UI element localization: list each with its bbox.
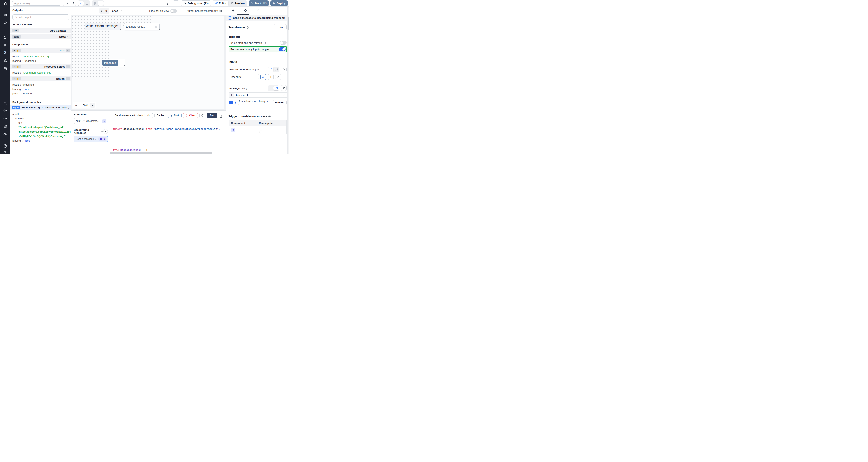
reeval-target-pill[interactable]: b.result [273,100,286,105]
audit-eye-icon[interactable] [3,132,7,136]
runs-play-icon[interactable] [3,43,7,47]
state-row[interactable]: state State [10,34,71,39]
clear-button[interactable]: Clear [183,113,198,118]
tab-editor[interactable]: Editor [213,1,229,6]
static-pencil-mode-button[interactable] [268,67,274,72]
home-icon[interactable] [3,35,7,39]
static-pencil-mode-button[interactable] [268,86,274,90]
bg-runnable-item-selected[interactable]: Send a message... bg_0 [74,136,108,142]
settings-gear-icon[interactable] [3,109,7,112]
scrollbar-thumb[interactable] [288,16,289,30]
resource-select-component[interactable]: Example resou... [124,23,159,30]
component-row-a[interactable]: a☝ Text [10,48,71,53]
kv-row[interactable]: content: [13,116,71,121]
chevron-down-icon[interactable] [67,29,69,32]
run-on-start-toggle[interactable] [280,41,286,44]
clear-x-icon[interactable] [254,76,257,78]
search-outputs-input[interactable] [12,14,69,20]
reload-resource-button[interactable] [275,74,281,80]
kv-row[interactable]: result: [10,112,71,116]
resize-handle[interactable] [123,65,125,66]
variables-dollar-icon[interactable]: $ [4,51,6,55]
eval-mode-button[interactable]: f [274,86,279,90]
message-expression-editor[interactable]: 1 b.result [229,92,286,98]
workers-robot-icon[interactable] [3,117,7,120]
resize-handle[interactable] [119,29,121,30]
recompute-toggle[interactable] [279,47,285,51]
kv-row[interactable]: 0: [17,121,71,125]
collapse-chevron-up-icon[interactable] [66,65,69,68]
schedules-calendar-icon[interactable] [3,67,7,71]
center-align-button[interactable] [78,1,84,6]
collapse-chevron-up-icon[interactable] [66,48,69,52]
undo-button[interactable] [63,1,69,6]
ctx-row[interactable]: ctx App Context [10,28,71,33]
docs-book-button[interactable] [173,0,179,6]
resources-icon[interactable] [3,59,7,63]
refresh-code-button[interactable] [199,113,205,118]
collapse-chevron-up-icon[interactable] [66,77,69,80]
connect-plug-button[interactable] [281,85,286,91]
debug-runs-button[interactable]: Debug runs (23) [181,0,211,6]
settings-components-tab-icon[interactable] [243,9,247,13]
info-icon[interactable] [246,26,249,29]
runnable-name-input[interactable] [113,113,153,118]
clear-x-icon[interactable] [155,25,157,28]
insert-component-tab-plus-icon[interactable] [232,9,235,12]
info-icon[interactable] [268,115,271,118]
schedule-dropdown[interactable]: once [112,9,122,12]
resize-handle[interactable] [158,29,159,30]
right-panel-scrollbar[interactable] [287,7,289,154]
fullscreen-button[interactable] [84,1,90,6]
component-row-c[interactable]: c☝ Button [10,76,71,81]
redo-button[interactable] [69,1,76,6]
app-canvas[interactable]: Write Discord message: Example resou... … [72,16,224,109]
add-resource-button[interactable]: + [268,74,274,80]
add-transformer-button[interactable]: +Add [274,24,286,30]
fork-button[interactable]: Fork [168,113,182,118]
info-icon[interactable] [219,10,222,12]
expand-editor-icon[interactable] [283,93,286,97]
mobile-view-button[interactable] [92,1,98,6]
tab-preview[interactable]: Preview [228,1,247,6]
cache-button[interactable]: Cache [154,113,166,118]
zoom-out-button[interactable]: − [73,102,80,108]
more-menu-kebab-icon[interactable] [165,0,169,6]
edit-resource-pencil-button[interactable] [260,74,266,80]
pencil-icon[interactable] [68,107,70,109]
eval-mode-button[interactable]: f [274,67,279,72]
reeval-toggle[interactable] [229,101,236,104]
apps-icon[interactable] [3,13,7,16]
runnable-item[interactable]: hub/1511/discord/se... c [74,118,108,124]
refresh-count-button[interactable]: 0 [99,8,109,14]
resource-value-select[interactable]: u/henri/te... [229,74,259,80]
canvas-height-divider[interactable] [72,68,224,68]
press-me-button[interactable]: Press me [102,60,118,66]
component-row-b[interactable]: b☝ Resource Select [10,64,71,69]
text-component[interactable]: Write Discord message: [85,24,121,30]
component-b-badge[interactable]: b☝ [12,65,21,68]
chevron-down-icon[interactable] [67,36,69,38]
add-background-runnable-button[interactable]: + [103,129,108,134]
copy-clipboard-icon[interactable] [220,114,223,118]
user-icon[interactable] [3,101,7,105]
bg-runnable-row[interactable]: bg_0 Send a message to discord using web… [10,105,71,110]
code-horizontal-scrollbar[interactable] [110,153,212,154]
connect-plug-button[interactable] [281,67,286,72]
theme-brush-tab-icon[interactable] [255,9,259,12]
component-c-badge[interactable]: c☝ [12,77,21,80]
info-icon[interactable] [264,41,266,44]
draft-button[interactable]: Draft ⌘S [249,0,269,6]
deploy-button[interactable]: Deploy [271,0,288,6]
desktop-view-button[interactable] [98,1,104,6]
folders-icon[interactable] [3,125,7,128]
help-icon[interactable] [3,144,7,148]
run-button[interactable]: Run [207,113,217,118]
hide-bar-toggle[interactable] [170,9,177,13]
component-a-badge[interactable]: a☝ [12,48,21,52]
code-editor[interactable]: import discordwebhook from "https://deno… [113,120,226,154]
windmill-logo-icon[interactable] [3,1,8,6]
favorites-star-icon[interactable] [3,21,7,25]
zoom-in-button[interactable]: + [90,103,95,108]
app-summary-input[interactable] [12,1,61,6]
